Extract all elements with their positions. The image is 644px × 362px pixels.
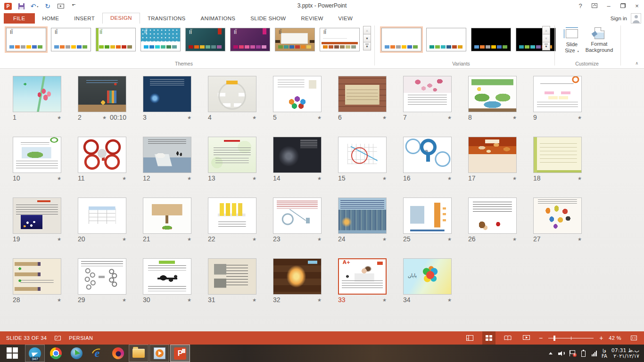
slide-thumbnail-15[interactable] [338, 137, 387, 173]
help-button[interactable]: ? [573, 0, 587, 11]
taskbar-telegram-button[interactable]: 347 [25, 345, 45, 362]
variant-thumbnail-1[interactable] [380, 26, 423, 53]
slide-thumbnail-10[interactable] [13, 137, 61, 173]
start-from-beginning-button[interactable] [57, 1, 65, 11]
slide-thumbnail-22[interactable] [208, 197, 256, 234]
slide-thumbnail-13[interactable] [208, 137, 256, 173]
slide-thumbnail-23[interactable] [273, 197, 322, 234]
ribbon-tab-animations[interactable]: ANIMATIONS [193, 14, 243, 24]
format-background-button[interactable]: Format Background [583, 26, 616, 62]
theme-thumbnail-ion-boardroom[interactable]: آا [229, 26, 272, 53]
slide-thumbnail-31[interactable] [208, 258, 256, 295]
slide-thumbnail-14[interactable] [273, 137, 322, 173]
slide-thumbnail-2[interactable] [78, 76, 126, 112]
slide-thumbnail-3[interactable] [143, 76, 191, 112]
gallery-scroll-down-button[interactable]: ▼ [542, 34, 550, 42]
taskbar-file-explorer-button[interactable] [129, 345, 149, 362]
slide-thumbnail-11[interactable] [78, 137, 126, 173]
slide-thumbnail-8[interactable] [468, 76, 517, 112]
ribbon-tab-view[interactable]: VIEW [331, 14, 361, 24]
slide-size-button[interactable]: Slide Size ▾ [558, 26, 586, 62]
variant-thumbnail-2[interactable] [425, 26, 468, 53]
clock[interactable]: ب.ظ 07:31 ۲۰۲۱/۱۲/۱۷ [611, 348, 639, 359]
volume-icon[interactable] [558, 351, 565, 356]
language-switcher[interactable]: فا FA [602, 348, 607, 359]
close-button[interactable]: × [630, 0, 644, 11]
slide-show-button[interactable] [520, 331, 533, 345]
power-battery-icon[interactable] [580, 350, 586, 357]
taskbar-chrome-button[interactable] [46, 345, 66, 362]
slide-thumbnail-28[interactable] [13, 258, 61, 295]
ribbon-tab-file[interactable]: FILE [4, 13, 35, 24]
taskbar-internet-explorer-button[interactable]: e [87, 345, 107, 362]
taskbar-idm-button[interactable] [66, 345, 86, 362]
gallery-scroll-up-button[interactable]: ▲ [363, 26, 371, 34]
theme-thumbnail-office-alt[interactable]: آا [50, 26, 92, 53]
slide-thumbnail-27[interactable] [533, 197, 582, 234]
slide-thumbnail-32[interactable] [273, 258, 322, 295]
variant-thumbnail-4[interactable] [514, 26, 557, 53]
taskbar-media-player-button[interactable] [149, 345, 169, 362]
theme-thumbnail-facet[interactable]: آا [94, 26, 137, 53]
zoom-level[interactable]: 42 % [609, 335, 621, 341]
slide-indicator[interactable]: SLIDE 33 OF 34 [6, 335, 47, 341]
slide-thumbnail-33[interactable]: A+ [338, 258, 387, 295]
slide-thumbnail-20[interactable] [78, 197, 126, 234]
theme-thumbnail-retrospect[interactable]: آا [318, 26, 361, 53]
redo-button[interactable]: ↻ [43, 1, 52, 11]
ribbon-tab-home[interactable]: HOME [35, 14, 67, 24]
slide-thumbnail-9[interactable] [533, 76, 582, 112]
slide-thumbnail-17[interactable] [468, 137, 517, 173]
account-avatar[interactable] [631, 13, 641, 24]
slide-thumbnail-16[interactable] [403, 137, 452, 173]
theme-thumbnail-integral[interactable]: آا [139, 26, 182, 53]
zoom-slider-thumb[interactable] [553, 336, 555, 341]
gallery-scroll-up-button[interactable]: ▲ [542, 26, 550, 34]
slide-thumbnail-24[interactable] [338, 197, 387, 234]
slide-thumbnail-34[interactable]: پایان [403, 258, 452, 295]
ribbon-tab-transitions[interactable]: TRANSITIONS [140, 14, 193, 24]
taskbar-firefox-button[interactable] [108, 345, 128, 362]
taskbar-powerpoint-button[interactable]: P [170, 345, 190, 362]
taskbar-start-button[interactable] [0, 345, 24, 362]
slide-thumbnail-5[interactable] [273, 76, 322, 112]
ribbon-tab-review[interactable]: REVIEW [293, 14, 330, 24]
zoom-slider[interactable] [548, 338, 594, 338]
sign-in-link[interactable]: Sign in [611, 16, 627, 21]
variant-thumbnail-3[interactable] [470, 26, 512, 53]
customize-quick-access-button[interactable] [70, 1, 78, 11]
language-indicator[interactable]: PERSIAN [69, 335, 93, 341]
ribbon-tab-design[interactable]: DESIGN [102, 13, 140, 24]
theme-thumbnail-wood-type[interactable]: آا [273, 26, 316, 53]
network-signal-icon[interactable] [591, 351, 597, 356]
hidden-icons-chevron-icon[interactable] [547, 352, 554, 354]
reading-view-button[interactable] [501, 331, 514, 345]
slide-thumbnail-1[interactable] [13, 76, 61, 112]
minimize-button[interactable]: – [602, 0, 616, 11]
ribbon-display-options-button[interactable] [587, 0, 602, 11]
slide-thumbnail-21[interactable] [143, 197, 191, 234]
undo-button[interactable]: ↶▾ [30, 1, 39, 11]
slide-thumbnail-7[interactable] [403, 76, 452, 112]
slide-thumbnail-18[interactable] [533, 137, 582, 173]
normal-view-button[interactable] [463, 331, 477, 345]
slide-sorter-view-button[interactable] [482, 331, 495, 345]
action-center-flag-icon[interactable]: ✕ [569, 350, 576, 356]
slide-thumbnail-29[interactable] [78, 258, 126, 295]
collapse-ribbon-button[interactable]: ∧ [635, 61, 638, 66]
slide-thumbnail-6[interactable] [338, 76, 387, 112]
slide-thumbnail-19[interactable] [13, 197, 61, 234]
fit-slide-to-window-button[interactable] [627, 331, 640, 345]
gallery-scroll-more-button[interactable]: ▼ [363, 42, 371, 50]
save-button[interactable] [17, 1, 25, 11]
theme-thumbnail-ion[interactable]: آا [184, 26, 227, 53]
theme-thumbnail-office[interactable]: آا [5, 26, 48, 53]
zoom-in-button[interactable]: + [599, 335, 603, 341]
restore-button[interactable] [616, 0, 630, 11]
slide-thumbnail-26[interactable] [468, 197, 517, 234]
gallery-scroll-down-button[interactable]: ▼ [363, 34, 371, 42]
slide-thumbnail-25[interactable] [403, 197, 452, 234]
ribbon-tab-insert[interactable]: INSERT [66, 14, 102, 24]
slide-thumbnail-4[interactable] [208, 76, 256, 112]
proofing-status-icon[interactable] [54, 335, 61, 341]
